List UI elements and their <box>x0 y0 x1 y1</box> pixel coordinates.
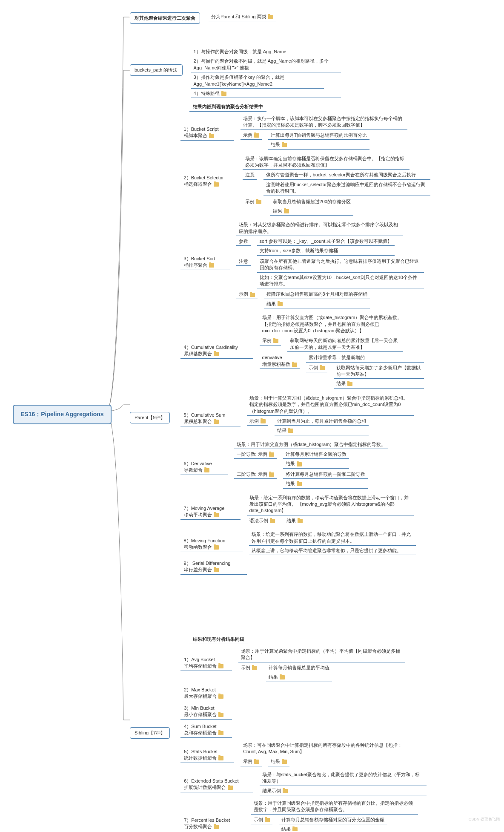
node-secondary-agg[interactable]: 对其他聚合结果进行二次聚合 <box>130 12 200 24</box>
node-cumulative-sum[interactable]: 5）Cumulative Sum 累积总和聚合 <box>180 411 241 426</box>
node-min-bucket[interactable]: 3）Min Bucket 最小存储桶聚合 <box>180 704 232 720</box>
node-stats-bucket[interactable]: 5）Stats Bucket 统计数据桶聚合 <box>180 747 234 763</box>
branch-secondary-agg: 对其他聚合结果进行二次聚合 分为Parent 和 Sibling 两类 <box>130 12 276 24</box>
leaf-example: 示例 <box>306 364 327 372</box>
leaf-result: 结果 <box>270 207 353 216</box>
folder-icon <box>218 664 223 668</box>
leaf-result: 结果 <box>334 380 424 388</box>
leaf-p5-ex1: 计算到当月为止，每月累计销售金额的总和 <box>275 417 369 426</box>
folder-icon <box>214 513 219 517</box>
leaf-note: 注意 <box>236 257 251 266</box>
folder-icon <box>347 382 352 386</box>
leaf-p7-scene: 场景：给定一系列有序的数据，移动平均值聚合将在数据上滑动一个窗口，并发出该窗口的… <box>247 494 414 515</box>
folder-icon <box>254 760 259 764</box>
folder-icon <box>280 675 285 679</box>
mindmap-container: ES16：Pipeline Aggregations 对其他聚合结果进行二次聚合… <box>4 4 504 826</box>
leaf-result-example: 结果示例 <box>260 787 427 795</box>
node-serial-diff[interactable]: 9） Serial Differencing 串行差分聚合 <box>180 559 247 575</box>
leaf-parent-sibling: 分为Parent 和 Sibling 两类 <box>209 13 276 21</box>
node-derivative[interactable]: 6）Derivative 导数聚合 <box>180 459 228 475</box>
leaf-p4-dex1: 获取网站每天增加了多少新用户【数据以前一天为基准】 <box>334 364 424 379</box>
sibling-header: 结果和现有分析结果同级 <box>189 635 248 644</box>
node-moving-average[interactable]: 7）Moving Average 移动平均聚合 <box>180 504 241 520</box>
leaf-example: 示例 <box>241 757 262 766</box>
leaf-p3-n2: 比如：父聚合terms其size设置为10，bucket_sort则只会对返回的… <box>257 273 424 289</box>
leaf-syntax-4: 4）特殊路径 <box>191 89 341 98</box>
folder-icon <box>298 519 303 523</box>
folder-icon <box>288 429 293 433</box>
node-bucket-sort[interactable]: 3）Bucket Sort 桶排序聚合 <box>180 254 230 270</box>
leaf-result: 结果 <box>268 141 370 149</box>
leaf-p3-ex1: 按降序返回总销售额最高的3个月相对应的存储桶 <box>264 290 370 299</box>
node-max-bucket[interactable]: 2）Max Bucket 最大存储桶聚合 <box>180 685 232 701</box>
leaf-syntax-2: 2）与操作的聚合对象不同级，就是 Agg_Name的相对路径，多个 Agg_Na… <box>191 57 341 72</box>
leaf-result: 结果 <box>284 517 305 525</box>
folder-icon <box>268 15 273 19</box>
leaf-result: 结果 <box>266 673 332 682</box>
leaf-result: 结果 <box>268 757 289 766</box>
leaf-p6-d1a: 计算每月累计销售金额的导数 <box>283 450 349 459</box>
leaf-p4-d1: 累计增量求导，就是新增的 <box>306 354 424 362</box>
leaf-p3-scene: 场景：对其父级多桶聚合的桶进行排序。可以指定零个或多个排序字段以及相应的排序顺序… <box>236 221 403 236</box>
node-sum-bucket[interactable]: 4）Sum Bucket 总和存储桶聚合 <box>180 722 232 738</box>
leaf-p4-scene: 场景：用于计算父直方图（或date_histogram）聚合中的累积基数。【指定… <box>260 314 414 335</box>
folder-icon <box>214 420 219 424</box>
leaf-p2-n2: 这意味着使用bucket_selector聚合来过滤响应中返回的存储桶不会节省运… <box>263 181 430 196</box>
folder-icon <box>218 756 223 760</box>
leaf-s6-scene: 场景：与stats_bucket聚合相比，此聚合提供了更多的统计信息（平方和，标… <box>260 771 427 786</box>
branch-buckets-path: buckets_path 的语法 1）与操作的聚合对象同级，就是 Agg_Nam… <box>130 47 341 99</box>
leaf-p3-pa1: sort 参数可以是：_key、_count 或子聚合【该参数可以不赋值】 <box>257 237 395 246</box>
leaf-first-derivative: 一阶导数: 示例 <box>234 450 277 459</box>
leaf-syntax-3: 3）操作对象是多值桶某个key 的聚合，就是Agg_Name1['keyName… <box>191 73 324 89</box>
node-parent[interactable]: Parent【9种】 <box>130 412 170 423</box>
folder-icon <box>256 200 261 204</box>
leaf-syntax-1: 1）与操作的聚合对象同级，就是 Agg_Name <box>191 48 341 56</box>
folder-icon <box>297 482 302 486</box>
folder-icon <box>292 827 298 831</box>
folder-icon <box>214 568 219 572</box>
node-percentiles-bucket[interactable]: 7）Percentiles Bucket 百分数桶聚合 <box>180 816 245 831</box>
leaf-p5-scene: 场景：用于计算父直方图（或date_histogram）聚合中指定指标的累积总和… <box>247 394 414 416</box>
node-moving-function[interactable]: 8）Moving Function 移动函数聚合 <box>180 536 243 552</box>
leaf-example: 示例 <box>241 131 262 140</box>
folder-icon <box>320 366 325 370</box>
folder-icon <box>250 293 255 297</box>
leaf-p8-note: 从概念上讲，它与移动平均管道聚合非常相似，只是它提供了更多功能。 <box>249 547 416 555</box>
leaf-example: 示例 <box>247 417 268 426</box>
node-buckets-path[interactable]: buckets_path 的语法 <box>130 64 183 76</box>
leaf-p4-ex1: 获取网站每天的新访问者总的累计数量【后一天会累加前一天的，就是以第一天为基准】 <box>287 337 403 352</box>
leaf-s7-scene: 场景：用于计算同级聚合中指定指标的所有存储桶的百分比。指定的指标必须是数字，并且… <box>251 799 418 815</box>
folder-icon <box>282 760 287 764</box>
node-bucket-script[interactable]: 1）Bucket Script 桶脚本聚合 <box>180 125 234 141</box>
leaf-result: 结果 <box>279 825 387 831</box>
leaf-p1-scene: 场景：执行一个脚本，该脚本可以在父多桶聚合中按指定的指标执行每个桶的计算。【指定… <box>241 115 407 130</box>
folder-icon <box>273 339 278 343</box>
leaf-result: 结果 <box>283 460 349 468</box>
root-node[interactable]: ES16：Pipeline Aggregations <box>13 405 112 424</box>
folder-icon <box>209 134 214 138</box>
leaf-example: 示例 <box>238 664 260 672</box>
folder-icon <box>265 818 270 822</box>
leaf-example: 示例 <box>236 290 258 299</box>
folder-icon <box>214 825 219 829</box>
leaf-example: 示例 <box>251 816 272 824</box>
watermark: CSDN @蓝色飞翔 <box>469 817 500 822</box>
leaf-p6-scene: 场景：用于计算父直方图（或date_histogram）聚合中指定指标的导数。 <box>234 440 389 449</box>
leaf-p1-ex1: 计算出每月T恤销售额与总销售额的比例百分比 <box>268 131 370 140</box>
folder-icon <box>218 713 223 717</box>
node-extended-stats-bucket[interactable]: 6）Extended Stats Bucket 扩展统计数据桶聚合 <box>180 777 253 792</box>
branch-parent: 结果内嵌到现有的聚合分析结果中 Parent【9种】 1）Bucket Scri… <box>130 102 430 575</box>
node-bucket-selector[interactable]: 2）Bucket Selector 桶选择器聚合 <box>180 173 236 189</box>
leaf-result: 结果 <box>275 426 369 435</box>
leaf-example: 示例 <box>260 337 281 345</box>
node-cumulative-cardinality[interactable]: 4）Cumulative Cardinality 累积基数聚合 <box>180 343 253 359</box>
folder-icon <box>269 452 274 457</box>
folder-icon <box>214 545 219 550</box>
parent-header: 结果内嵌到现有的聚合分析结果中 <box>189 102 266 112</box>
leaf-p2-n1: 像所有管道聚合一样，bucket_selector聚合在所有其他同级聚合之后执行 <box>263 171 430 179</box>
folder-icon <box>261 419 266 423</box>
folder-icon <box>284 209 289 213</box>
node-avg-bucket[interactable]: 1）Avg Bucket 平均存储桶聚合 <box>180 655 232 671</box>
leaf-p2-ex1: 获取当月总销售额超过200的存储分区 <box>270 198 353 206</box>
node-sibling[interactable]: Sibling【7种】 <box>130 727 170 739</box>
